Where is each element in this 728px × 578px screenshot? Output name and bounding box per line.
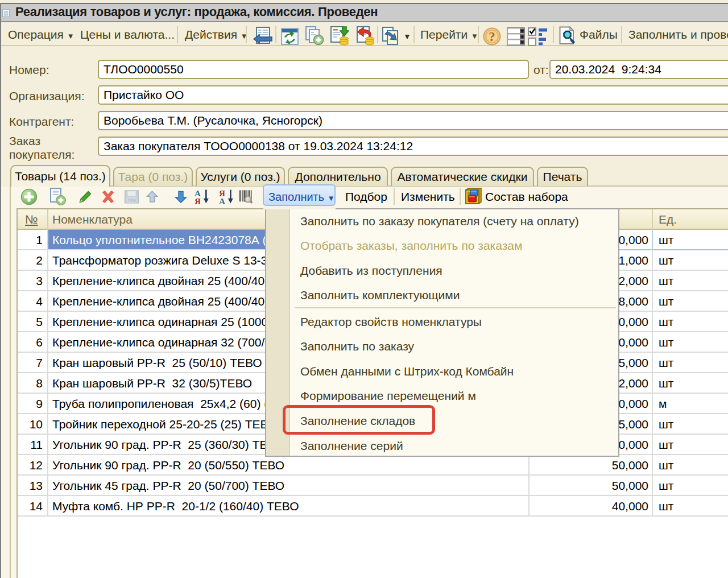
svg-text:А: А — [219, 197, 225, 206]
svg-text:?: ? — [489, 30, 495, 44]
svg-text:ГОК: ГОК — [127, 198, 136, 203]
svg-text:Я: Я — [195, 197, 201, 206]
